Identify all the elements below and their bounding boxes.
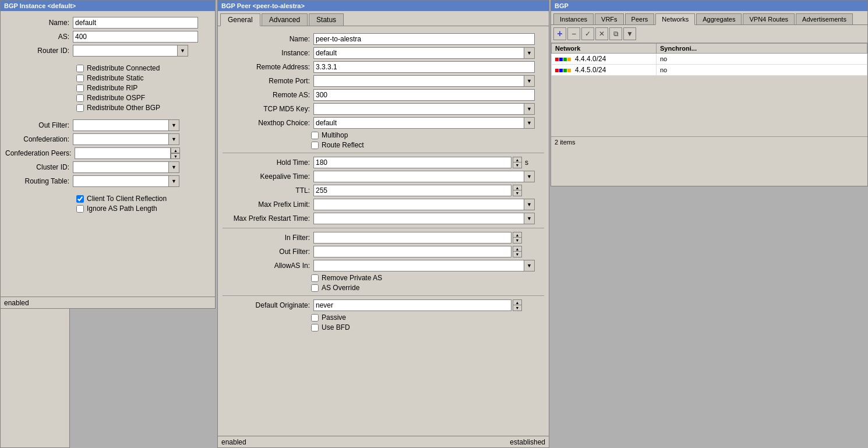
out-filter-label: Out Filter:: [5, 121, 69, 129]
tab-peers[interactable]: Peers: [625, 13, 655, 24]
peer-remote-as-label: Remote AS:: [223, 91, 310, 99]
tab-aggregates[interactable]: Aggregates: [696, 13, 742, 24]
out-filter-peer-input[interactable]: [313, 246, 511, 257]
peer-remote-addr-label: Remote Address:: [223, 63, 310, 71]
confederation-peers-container: ▲ ▼: [75, 147, 180, 159]
use-bfd-checkbox[interactable]: [311, 324, 319, 331]
default-originate-down-btn[interactable]: ▼: [513, 305, 522, 311]
remove-private-as-checkbox[interactable]: [311, 274, 319, 282]
peer-nexthop-input[interactable]: [313, 117, 524, 129]
check-btn[interactable]: ✓: [581, 27, 594, 40]
out-filter-input[interactable]: [73, 119, 169, 131]
max-prefix-limit-dropdown-btn[interactable]: ▼: [524, 199, 535, 210]
default-originate-spinbox: ▲ ▼: [513, 299, 522, 311]
max-prefix-limit-input[interactable]: [313, 199, 524, 210]
tab-advanced[interactable]: Advanced: [262, 13, 308, 26]
redistribute-rip-checkbox[interactable]: [76, 84, 84, 92]
routing-table-container: ▼: [73, 175, 179, 187]
bgp-instance-panel: BGP Instance <default> Name: AS: Router …: [0, 0, 216, 309]
allowas-in-dropdown-btn[interactable]: ▼: [524, 260, 535, 271]
peer-instance-input[interactable]: [313, 47, 524, 59]
tab-vrfs[interactable]: VRFs: [595, 13, 624, 24]
tab-general[interactable]: General: [220, 13, 260, 26]
in-filter-up-btn[interactable]: ▲: [513, 232, 522, 238]
cluster-id-input[interactable]: [73, 161, 169, 173]
bgp-networks-panel: BGP Instances VRFs Peers Networks Aggreg…: [551, 0, 868, 186]
hold-time-input[interactable]: [313, 157, 511, 168]
cluster-id-dropdown-btn[interactable]: ▼: [169, 161, 179, 173]
max-prefix-restart-input[interactable]: [313, 213, 524, 224]
confederation-input[interactable]: [73, 133, 169, 145]
keepalive-time-label: Keepalive Time:: [223, 172, 310, 181]
in-filter-spinbox: ▲ ▼: [513, 232, 522, 244]
router-id-input[interactable]: [73, 45, 178, 57]
peer-remote-addr-input[interactable]: [313, 61, 535, 73]
tab-networks[interactable]: Networks: [655, 13, 695, 25]
max-prefix-restart-dropdown-btn[interactable]: ▼: [524, 213, 535, 224]
peer-status-bar: enabled established: [218, 436, 549, 447]
redistribute-ospf-checkbox[interactable]: [76, 94, 84, 102]
routing-table-input[interactable]: [73, 175, 169, 187]
ttl-up-btn[interactable]: ▲: [513, 185, 522, 191]
client-to-client-checkbox[interactable]: [76, 195, 84, 203]
confederation-peers-arrows: ▲ ▼: [171, 147, 180, 159]
hold-time-up-btn[interactable]: ▲: [513, 157, 522, 163]
confederation-dropdown-btn[interactable]: ▼: [169, 133, 179, 145]
routing-table-dropdown-btn[interactable]: ▼: [169, 175, 179, 187]
in-filter-input[interactable]: [313, 232, 511, 244]
confederation-label: Confederation:: [5, 135, 69, 143]
passive-checkbox[interactable]: [311, 314, 319, 322]
multihop-checkbox[interactable]: [311, 132, 319, 139]
keepalive-time-dropdown-btn[interactable]: ▼: [524, 171, 535, 182]
tab-status[interactable]: Status: [309, 13, 344, 26]
redistribute-static-checkbox[interactable]: [76, 75, 84, 82]
out-filter-dropdown-btn[interactable]: ▼: [169, 119, 179, 131]
confederation-peers-down-btn[interactable]: ▼: [171, 153, 180, 159]
keepalive-time-input[interactable]: [313, 171, 524, 182]
bgp-nav-tabs: Instances VRFs Peers Networks Aggregates…: [551, 11, 867, 25]
ttl-input[interactable]: [313, 185, 511, 196]
confederation-peers-label: Confederation Peers:: [5, 149, 71, 157]
in-filter-down-btn[interactable]: ▼: [513, 238, 522, 244]
instance-as-input[interactable]: [73, 31, 198, 43]
allowas-in-input[interactable]: [313, 260, 524, 271]
filter-btn[interactable]: ▼: [623, 27, 636, 40]
in-filter-row: In Filter: ▲ ▼: [218, 232, 549, 244]
col-sync: Synchroni...: [657, 44, 867, 54]
hold-time-down-btn[interactable]: ▼: [513, 163, 522, 168]
copy-btn[interactable]: ⧉: [609, 27, 622, 40]
dot-orange-2: [567, 69, 571, 72]
router-id-dropdown-btn[interactable]: ▼: [178, 45, 188, 57]
peer-tcp-md5-input[interactable]: [313, 103, 524, 115]
out-filter-peer-down-btn[interactable]: ▼: [513, 252, 522, 257]
tab-instances[interactable]: Instances: [553, 13, 594, 24]
ttl-down-btn[interactable]: ▼: [513, 191, 522, 196]
default-originate-up-btn[interactable]: ▲: [513, 299, 522, 305]
peer-instance-dropdown-btn[interactable]: ▼: [524, 47, 535, 59]
confederation-peers-input[interactable]: [75, 147, 171, 159]
instance-name-input[interactable]: [73, 17, 198, 29]
default-originate-input[interactable]: [313, 299, 511, 311]
peer-name-input[interactable]: [313, 33, 535, 45]
ignore-as-path-checkbox[interactable]: [76, 205, 84, 213]
redistribute-connected-checkbox[interactable]: [76, 65, 84, 72]
confederation-peers-up-btn[interactable]: ▲: [171, 147, 180, 153]
table-row[interactable]: 4.4.4.0/24 no: [552, 54, 867, 65]
table-row[interactable]: 4.4.5.0/24 no: [552, 65, 867, 76]
peer-remote-port-dropdown-btn[interactable]: ▼: [524, 75, 535, 87]
tab-vpn4-routes[interactable]: VPN4 Routes: [743, 13, 795, 24]
redistribute-ospf-row: Redistribute OSPF: [1, 94, 215, 102]
peer-nexthop-dropdown-btn[interactable]: ▼: [524, 117, 535, 129]
redistribute-other-bgp-checkbox[interactable]: [76, 104, 84, 112]
as-override-checkbox[interactable]: [311, 284, 319, 292]
peer-remote-as-input[interactable]: [313, 89, 535, 101]
route-reflect-checkbox[interactable]: [311, 142, 319, 149]
peer-tcp-md5-dropdown-btn[interactable]: ▼: [524, 103, 535, 115]
max-prefix-limit-container: ▼: [313, 199, 535, 210]
out-filter-peer-up-btn[interactable]: ▲: [513, 246, 522, 252]
tab-advertisements[interactable]: Advertisements: [796, 13, 853, 24]
add-btn[interactable]: +: [553, 27, 566, 40]
remove-btn[interactable]: −: [567, 27, 580, 40]
peer-remote-port-input[interactable]: [313, 75, 524, 87]
cross-btn[interactable]: ✕: [595, 27, 608, 40]
